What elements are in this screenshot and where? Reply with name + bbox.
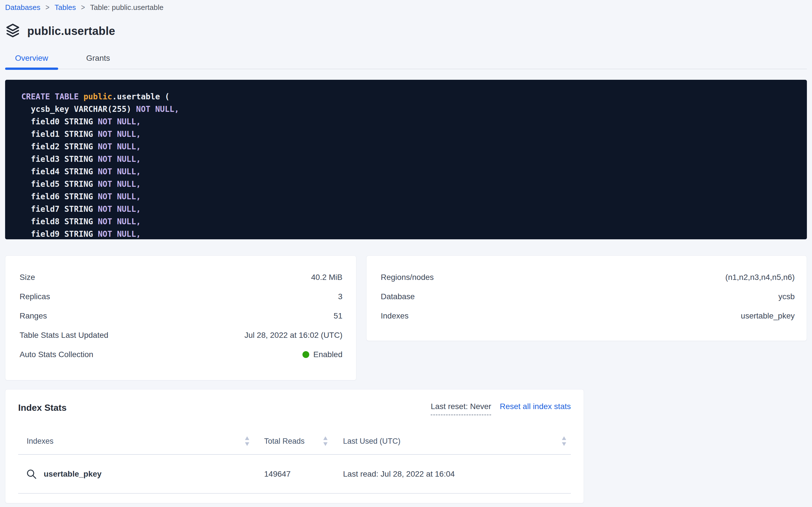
stat-value-text: ycsb (778, 292, 795, 301)
stat-value-text: 40.2 MiB (311, 273, 343, 282)
stat-label: Auto Stats Collection (19, 350, 93, 359)
sql-line: field9 STRING NOT NULL, (21, 229, 141, 239)
sql-line: field4 STRING NOT NULL, (21, 167, 141, 176)
table-details-card: Regions/nodes(n1,n2,n3,n4,n5,n6)Database… (366, 256, 807, 341)
page-title: public.usertable (27, 25, 115, 38)
page-header: public.usertable (5, 23, 807, 39)
index-table-body: usertable_pkey149647Last read: Jul 28, 2… (18, 455, 571, 494)
stat-label: Table Stats Last Updated (19, 331, 108, 340)
create-statement-sql: CREATE TABLE public.usertable ( ycsb_key… (21, 91, 796, 239)
stat-value: Enabled (302, 350, 342, 359)
total-reads-cell: 149647 (264, 469, 343, 478)
sql-line: field7 STRING NOT NULL, (21, 205, 141, 214)
sql-line: field5 STRING NOT NULL, (21, 179, 141, 189)
stat-row: Ranges51 (19, 306, 342, 326)
breadcrumb-link-databases[interactable]: Databases (5, 3, 40, 12)
stat-row: Size40.2 MiB (19, 268, 342, 287)
stat-row: Regions/nodes(n1,n2,n3,n4,n5,n6) (381, 268, 795, 287)
index-table-header: Indexes Total Reads Last Used (UTC) (18, 428, 571, 455)
stat-label: Size (19, 273, 35, 282)
stat-value-text: 51 (334, 312, 342, 321)
breadcrumb: Databases > Tables > Table: public.usert… (5, 2, 807, 12)
column-label: Last Used (UTC) (343, 437, 400, 446)
stat-value-text: usertable_pkey (741, 312, 795, 321)
sql-line: ycsb_key VARCHAR(255) NOT NULL, (21, 105, 179, 114)
stat-label: Ranges (19, 312, 47, 321)
table-detail-page: Databases > Tables > Table: public.usert… (0, 0, 812, 507)
index-name-cell: usertable_pkey (18, 469, 264, 480)
sort-icon[interactable] (245, 436, 249, 446)
index-name: usertable_pkey (44, 469, 102, 478)
stat-label: Replicas (19, 292, 50, 301)
tab-bar: Overview Grants (5, 47, 807, 69)
stat-value: 40.2 MiB (311, 273, 343, 282)
stack-icon (5, 23, 20, 39)
sort-icon[interactable] (323, 436, 328, 446)
sql-line: field3 STRING NOT NULL, (21, 155, 141, 164)
column-header-indexes[interactable]: Indexes (18, 428, 264, 454)
stats-cards: Size40.2 MiBReplicas3Ranges51Table Stats… (5, 256, 807, 380)
stat-value-text: (n1,n2,n3,n4,n5,n6) (726, 273, 795, 282)
search-icon (26, 469, 37, 480)
stat-row: Replicas3 (19, 287, 342, 306)
stat-label: Database (381, 292, 415, 301)
column-label: Total Reads (264, 437, 305, 446)
index-stats-header: Index Stats Last reset: Never Reset all … (18, 401, 571, 414)
sql-line: field6 STRING NOT NULL, (21, 192, 141, 201)
tab-overview[interactable]: Overview (5, 47, 58, 69)
stat-value-text: Jul 28, 2022 at 16:02 (UTC) (244, 331, 342, 340)
reset-index-stats-link[interactable]: Reset all index stats (500, 401, 571, 412)
sql-line: field8 STRING NOT NULL, (21, 217, 141, 226)
stat-value: usertable_pkey (741, 312, 795, 321)
tab-grants[interactable]: Grants (76, 47, 120, 69)
stat-row: Auto Stats CollectionEnabled (19, 345, 342, 364)
breadcrumb-link-tables[interactable]: Tables (55, 3, 76, 12)
stat-value: (n1,n2,n3,n4,n5,n6) (726, 273, 795, 282)
stat-value-text: Enabled (313, 350, 342, 359)
status-dot-icon (302, 351, 309, 358)
chevron-right-icon: > (81, 3, 85, 12)
chevron-right-icon: > (45, 3, 49, 12)
last-used-cell: Last read: Jul 28, 2022 at 16:04 (343, 469, 571, 478)
sql-line: field1 STRING NOT NULL, (21, 129, 141, 139)
stat-row: Table Stats Last UpdatedJul 28, 2022 at … (19, 326, 342, 345)
breadcrumb-current: Table: public.usertable (90, 3, 164, 12)
stat-value: 3 (338, 292, 342, 301)
sql-line: field2 STRING NOT NULL, (21, 142, 141, 151)
sort-icon[interactable] (562, 436, 566, 446)
stat-row: Databaseycsb (381, 287, 795, 306)
column-header-total-reads[interactable]: Total Reads (264, 428, 343, 454)
stat-value-text: 3 (338, 292, 342, 301)
index-stats-title: Index Stats (18, 401, 67, 414)
stat-value: 51 (334, 312, 342, 321)
stat-row: Indexesusertable_pkey (381, 306, 795, 326)
create-statement-box: CREATE TABLE public.usertable ( ycsb_key… (5, 80, 807, 239)
stat-label: Regions/nodes (381, 273, 434, 282)
sql-line: CREATE TABLE public.usertable ( (21, 92, 170, 101)
index-stats-controls: Last reset: Never Reset all index stats (431, 401, 571, 415)
column-label: Indexes (27, 437, 54, 446)
stat-label: Indexes (381, 312, 409, 321)
last-reset-label: Last reset: Never (431, 401, 491, 415)
index-table-row: usertable_pkey149647Last read: Jul 28, 2… (18, 455, 571, 494)
sql-line: field0 STRING NOT NULL, (21, 117, 141, 126)
stat-value: ycsb (778, 292, 795, 301)
stat-value: Jul 28, 2022 at 16:02 (UTC) (244, 331, 342, 340)
index-stats-card: Index Stats Last reset: Never Reset all … (5, 389, 584, 503)
column-header-last-used[interactable]: Last Used (UTC) (343, 428, 571, 454)
table-overview-card: Size40.2 MiBReplicas3Ranges51Table Stats… (5, 256, 356, 380)
